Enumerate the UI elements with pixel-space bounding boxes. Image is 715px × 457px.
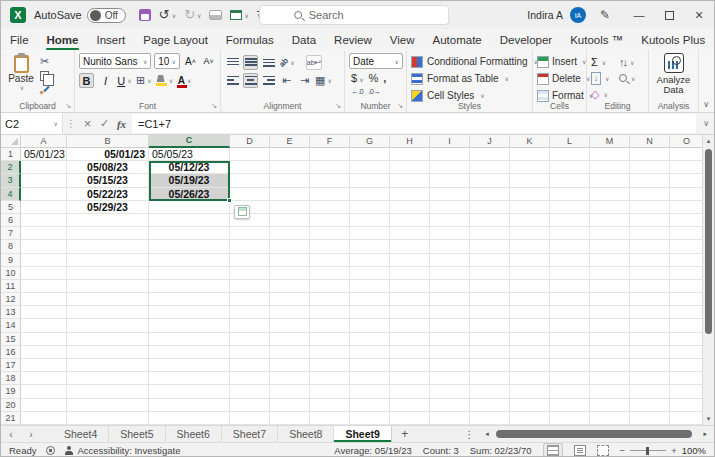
grid-cell[interactable] bbox=[430, 333, 470, 346]
row-header-16[interactable]: 16 bbox=[1, 346, 21, 359]
grid-cell[interactable] bbox=[270, 346, 310, 359]
grid-cell[interactable] bbox=[430, 188, 470, 201]
grid-cell[interactable] bbox=[21, 201, 67, 214]
grid-cell[interactable] bbox=[390, 254, 430, 267]
grid-cell[interactable] bbox=[430, 174, 470, 187]
grid-cell[interactable] bbox=[670, 254, 704, 267]
column-header-F[interactable]: F bbox=[310, 135, 350, 148]
delete-cells-button[interactable]: Delete∨ bbox=[537, 71, 582, 86]
grid-cell[interactable] bbox=[350, 399, 390, 412]
grid-cell[interactable] bbox=[510, 188, 550, 201]
grid-cell[interactable] bbox=[21, 346, 67, 359]
grid-cell[interactable] bbox=[230, 188, 270, 201]
grid-cell[interactable] bbox=[310, 267, 350, 280]
font-color-button[interactable]: A∨ bbox=[177, 73, 192, 88]
grid-cell[interactable] bbox=[149, 240, 230, 253]
grid-cell[interactable] bbox=[149, 372, 230, 385]
grid-cell[interactable] bbox=[149, 201, 230, 214]
orientation-button[interactable]: ab∨ bbox=[279, 55, 295, 70]
grid-cell[interactable] bbox=[590, 267, 630, 280]
font-size-select[interactable]: 10∨ bbox=[154, 53, 180, 69]
grid-cell[interactable] bbox=[390, 333, 430, 346]
vertical-scroll-thumb[interactable] bbox=[705, 149, 712, 334]
grid-cell[interactable] bbox=[550, 346, 590, 359]
scroll-down-icon[interactable]: ▾ bbox=[703, 413, 714, 425]
grid-cell[interactable] bbox=[149, 359, 230, 372]
grid-cell[interactable] bbox=[470, 359, 510, 372]
grid-cell[interactable] bbox=[470, 280, 510, 293]
fill-color-button[interactable]: ∨ bbox=[156, 73, 173, 88]
grid-cell[interactable] bbox=[390, 188, 430, 201]
grid-cell[interactable] bbox=[630, 385, 670, 398]
grid-cell[interactable] bbox=[550, 359, 590, 372]
grid-cell[interactable] bbox=[430, 346, 470, 359]
grid-cell[interactable] bbox=[21, 359, 67, 372]
cell-C3[interactable]: 05/19/23 bbox=[149, 174, 230, 187]
grid-cell[interactable] bbox=[630, 280, 670, 293]
grid-cell[interactable] bbox=[149, 319, 230, 332]
expand-formula-bar-icon[interactable]: ∨ bbox=[698, 113, 714, 134]
align-center-button[interactable] bbox=[243, 73, 258, 88]
insert-function-button[interactable]: fx bbox=[113, 113, 130, 134]
grid-cell[interactable] bbox=[390, 174, 430, 187]
sheet-tab-sheet4[interactable]: Sheet4 bbox=[53, 426, 109, 442]
grid-cell[interactable] bbox=[390, 148, 430, 161]
clear-button[interactable]: ◇∨ bbox=[591, 89, 619, 100]
grid-cell[interactable] bbox=[590, 385, 630, 398]
grid-cell[interactable] bbox=[550, 188, 590, 201]
grid-cell[interactable] bbox=[590, 240, 630, 253]
grid-cell[interactable] bbox=[510, 385, 550, 398]
sheet-more-icon[interactable]: ⋮ bbox=[458, 426, 481, 442]
grid-cell[interactable] bbox=[550, 319, 590, 332]
grid-cell[interactable] bbox=[149, 306, 230, 319]
grid-cell[interactable] bbox=[149, 293, 230, 306]
grid-cell[interactable] bbox=[390, 306, 430, 319]
grid-cell[interactable] bbox=[350, 333, 390, 346]
row-header-14[interactable]: 14 bbox=[1, 319, 21, 332]
grid-cell[interactable] bbox=[470, 319, 510, 332]
grid-cell[interactable] bbox=[430, 227, 470, 240]
grid-cell[interactable] bbox=[21, 254, 67, 267]
grid-cell[interactable] bbox=[430, 412, 470, 425]
grid-cell[interactable] bbox=[310, 306, 350, 319]
column-header-H[interactable]: H bbox=[390, 135, 430, 148]
grid-cell[interactable] bbox=[310, 148, 350, 161]
grid-cell[interactable] bbox=[67, 293, 149, 306]
decrease-decimal-button[interactable]: .0→ bbox=[368, 87, 380, 96]
cell-C1[interactable]: 05/05/23 bbox=[149, 148, 230, 161]
grid-cell[interactable] bbox=[630, 174, 670, 187]
grid-cell[interactable] bbox=[390, 346, 430, 359]
grid-cell[interactable] bbox=[470, 372, 510, 385]
column-header-M[interactable]: M bbox=[590, 135, 630, 148]
formula-input[interactable]: =C1+7 bbox=[132, 114, 696, 133]
grid-cell[interactable] bbox=[390, 293, 430, 306]
grid-cell[interactable] bbox=[350, 412, 390, 425]
grid-cell[interactable] bbox=[350, 188, 390, 201]
cell-B1[interactable]: 05/01/23 bbox=[67, 148, 149, 161]
grid-cell[interactable] bbox=[350, 254, 390, 267]
grid-cell[interactable] bbox=[510, 161, 550, 174]
cancel-button[interactable]: × bbox=[79, 113, 96, 134]
increase-indent-button[interactable]: ⇥ bbox=[297, 73, 312, 88]
grid-cell[interactable] bbox=[21, 399, 67, 412]
grid-cell[interactable] bbox=[310, 333, 350, 346]
grid-cell[interactable] bbox=[670, 148, 704, 161]
tab-kutools-plus[interactable]: Kutools Plus bbox=[632, 29, 714, 50]
grid-cell[interactable] bbox=[590, 161, 630, 174]
tab-file[interactable]: File bbox=[1, 29, 38, 50]
grid-cell[interactable] bbox=[149, 280, 230, 293]
scroll-up-icon[interactable]: ▴ bbox=[703, 135, 714, 147]
grid-cell[interactable] bbox=[149, 399, 230, 412]
formula-bar-grip-icon[interactable]: ⋮ bbox=[63, 113, 79, 134]
grid-cell[interactable] bbox=[67, 254, 149, 267]
autosave-toggle[interactable]: Off bbox=[87, 8, 126, 23]
table-tool-button[interactable]: ∨ bbox=[227, 8, 251, 22]
grid-cell[interactable] bbox=[230, 306, 270, 319]
grid-cell[interactable] bbox=[21, 306, 67, 319]
copy-button[interactable]: ∨ bbox=[40, 69, 55, 82]
grid-cell[interactable] bbox=[390, 280, 430, 293]
grid-cell[interactable] bbox=[590, 412, 630, 425]
grid-cell[interactable] bbox=[310, 280, 350, 293]
grid-cell[interactable] bbox=[630, 214, 670, 227]
grid-cell[interactable] bbox=[350, 280, 390, 293]
